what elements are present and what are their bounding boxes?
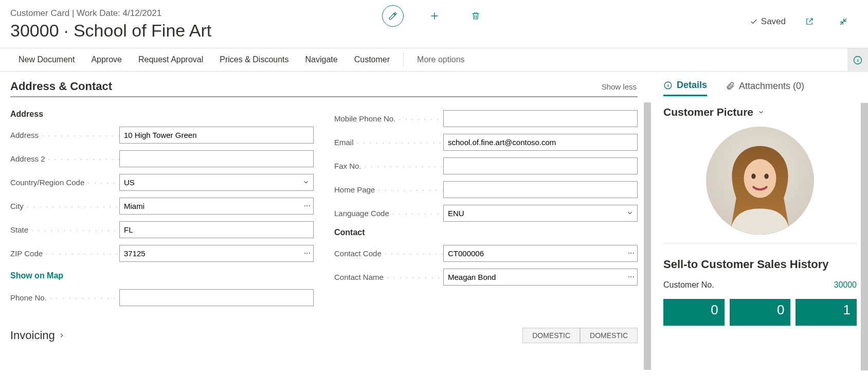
input-state[interactable] — [119, 221, 314, 238]
cmd-request-approval[interactable]: Request Approval — [130, 48, 211, 71]
collapse-button[interactable] — [833, 11, 854, 32]
trash-icon — [471, 11, 480, 21]
group-contact-title: Contact — [334, 228, 638, 237]
input-mobile[interactable] — [443, 110, 638, 127]
tab-details[interactable]: Details — [663, 80, 707, 96]
page-scrollbar[interactable] — [861, 103, 868, 370]
popout-icon — [805, 17, 814, 26]
label-mobile: Mobile Phone No. — [334, 114, 443, 123]
plus-icon — [429, 11, 440, 21]
factbox-picture-title: Customer Picture — [663, 106, 753, 118]
label-homepage: Home Page — [334, 185, 443, 194]
badge-domestic-1: DOMESTIC — [522, 328, 580, 343]
command-bar: New Document Approve Request Approval Pr… — [0, 48, 868, 72]
tile-2[interactable]: 0 — [730, 299, 791, 326]
assist-city[interactable]: ··· — [304, 201, 311, 210]
value-customer-no[interactable]: 30000 — [834, 280, 857, 290]
input-address[interactable] — [119, 127, 314, 144]
input-fax[interactable] — [443, 157, 638, 174]
cmd-approve[interactable]: Approve — [83, 48, 130, 71]
tab-attachments-label: Attachments (0) — [739, 81, 804, 92]
tile-3[interactable]: 1 — [795, 299, 857, 326]
delete-button[interactable] — [465, 6, 486, 26]
tile-1[interactable]: 0 — [663, 299, 725, 326]
input-country[interactable] — [119, 174, 314, 191]
factbox-history-title: Sell-to Customer Sales History — [663, 258, 857, 271]
collapse-icon — [839, 17, 848, 26]
cmd-navigate[interactable]: Navigate — [297, 48, 346, 71]
customer-picture[interactable] — [706, 127, 814, 235]
label-state: State — [10, 225, 119, 234]
svg-point-4 — [751, 174, 755, 179]
label-contact-code: Contact Code — [334, 249, 443, 258]
factbox-picture-toggle[interactable]: Customer Picture — [663, 106, 857, 118]
breadcrumb: Customer Card | Work Date: 4/12/2021 — [10, 8, 161, 19]
input-phone[interactable] — [119, 289, 314, 306]
input-city[interactable] — [119, 198, 314, 215]
label-address2: Address 2 — [10, 154, 119, 163]
label-language: Language Code — [334, 209, 443, 218]
avatar-placeholder — [706, 127, 814, 235]
label-phone: Phone No. — [10, 293, 119, 302]
saved-status: Saved — [750, 16, 786, 27]
section-invoicing-toggle[interactable]: Invoicing — [10, 329, 65, 342]
label-city: City — [10, 202, 119, 210]
separator — [403, 52, 404, 67]
main-scrollbar[interactable] — [644, 102, 651, 370]
assist-contact-name[interactable]: ··· — [628, 272, 635, 281]
tab-attachments[interactable]: Attachments (0) — [726, 80, 804, 96]
label-address: Address — [10, 131, 119, 139]
section-invoicing-title: Invoicing — [10, 329, 55, 342]
popout-button[interactable] — [799, 11, 820, 32]
input-address2[interactable] — [119, 150, 314, 167]
saved-label: Saved — [761, 16, 786, 27]
assist-zip[interactable]: ··· — [304, 249, 311, 258]
input-contact-code[interactable] — [443, 245, 638, 262]
info-button[interactable] — [847, 48, 868, 72]
svg-point-3 — [744, 159, 776, 198]
svg-point-5 — [764, 174, 768, 179]
section-address-contact-title: Address & Contact — [10, 80, 112, 93]
chevron-down-icon — [757, 109, 765, 116]
tab-details-label: Details — [677, 80, 707, 91]
label-contact-name: Contact Name — [334, 273, 443, 281]
cmd-new-document[interactable]: New Document — [10, 48, 83, 71]
info-icon — [853, 55, 863, 65]
info-icon — [663, 81, 673, 90]
show-less-toggle[interactable]: Show less — [602, 82, 637, 91]
cmd-prices-discounts[interactable]: Prices & Discounts — [211, 48, 297, 71]
label-zip: ZIP Code — [10, 249, 119, 258]
assist-contact-code[interactable]: ··· — [628, 249, 635, 258]
edit-button[interactable] — [382, 5, 404, 27]
link-show-on-map[interactable]: Show on Map — [10, 271, 63, 280]
label-customer-no: Customer No. — [663, 280, 714, 290]
input-contact-name[interactable] — [443, 269, 638, 286]
group-address-title: Address — [10, 110, 314, 119]
label-country: Country/Region Code — [10, 178, 119, 187]
check-icon — [750, 17, 758, 26]
input-email[interactable] — [443, 134, 638, 151]
cmd-more-options[interactable]: More options — [409, 48, 473, 71]
pencil-icon — [388, 11, 397, 21]
label-email: Email — [334, 138, 443, 147]
new-button[interactable] — [424, 6, 445, 26]
label-fax: Fax No. — [334, 162, 443, 170]
paperclip-icon — [726, 81, 735, 91]
input-language[interactable] — [443, 205, 638, 222]
badge-domestic-2: DOMESTIC — [580, 328, 638, 343]
cmd-customer[interactable]: Customer — [346, 48, 398, 71]
chevron-right-icon — [58, 332, 65, 339]
input-zip[interactable] — [119, 245, 314, 262]
input-homepage[interactable] — [443, 181, 638, 198]
